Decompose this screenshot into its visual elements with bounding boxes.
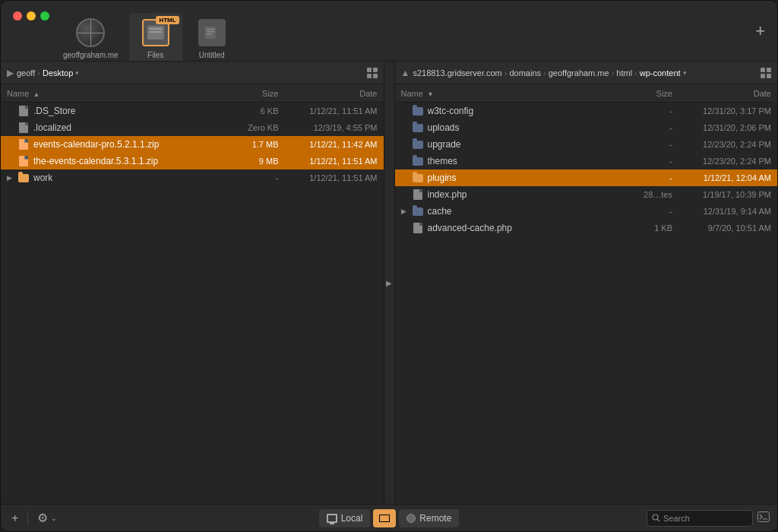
- maximize-button[interactable]: [40, 11, 49, 21]
- tab-files[interactable]: HTML Files: [129, 13, 182, 61]
- right-expand-6[interactable]: ▶: [401, 207, 412, 215]
- file-icon: [413, 189, 422, 200]
- monitor-icon: [327, 514, 337, 523]
- left-file-size-0: 6 KB: [226, 106, 279, 116]
- breadcrumb-sep-r4: ›: [634, 68, 637, 78]
- left-file-date-1: 12/3/19, 4:55 PM: [279, 123, 378, 132]
- right-file-size-2: -: [619, 140, 672, 149]
- close-button[interactable]: [13, 11, 22, 21]
- right-file-row[interactable]: ▶ cache - 12/31/19, 9:14 AM: [395, 203, 778, 220]
- right-file-name-3: themes: [428, 156, 620, 166]
- left-file-row-selected[interactable]: events-calendar-pro.5.2.1.1.zip 1.7 MB 1…: [1, 136, 384, 153]
- right-file-size-7: 1 KB: [619, 223, 672, 233]
- right-file-icon-1: [412, 122, 424, 134]
- right-file-size-3: -: [619, 157, 672, 166]
- right-file-date-6: 12/31/19, 9:14 AM: [672, 207, 771, 216]
- left-file-row[interactable]: ▶ work - 1/12/21, 11:51 AM: [1, 169, 384, 186]
- left-file-name-3: the-events-calendar.5.3.1.1.zip: [33, 156, 226, 166]
- right-col-headers: Name ▼ Size Date: [395, 84, 778, 103]
- right-file-icon-0: [412, 105, 424, 117]
- breadcrumb-desktop[interactable]: Desktop: [43, 68, 73, 78]
- right-file-icon-3: [412, 155, 424, 167]
- search-box[interactable]: Search: [647, 510, 753, 527]
- left-file-size-4: -: [226, 173, 279, 182]
- right-col-size[interactable]: Size: [619, 89, 672, 98]
- app-window: geoffgraham.me HTML Files: [0, 0, 778, 532]
- remote-mode-button[interactable]: Remote: [399, 509, 459, 527]
- zip-icon: [19, 156, 28, 166]
- left-pane: ▶ geoff › Desktop ▾: [1, 62, 384, 504]
- breadcrumb-geoffgraham[interactable]: geoffgraham.me: [549, 68, 609, 78]
- right-pane-toolbar: ▲ s218813.gridserver.com › domains › geo…: [395, 62, 778, 84]
- tab-geoffgraham[interactable]: geoffgraham.me: [55, 13, 126, 61]
- left-col-date[interactable]: Date: [279, 89, 378, 98]
- left-sort-arrow: ▲: [33, 90, 40, 98]
- breadcrumb-domains[interactable]: domains: [509, 68, 541, 78]
- right-file-date-3: 12/23/20, 2:24 PM: [672, 157, 771, 166]
- breadcrumb-geoff[interactable]: geoff: [17, 68, 35, 78]
- add-button[interactable]: +: [8, 510, 21, 527]
- left-file-date-0: 1/12/21, 11:51 AM: [279, 106, 378, 116]
- right-file-row-selected[interactable]: plugins - 1/12/21, 12:04 AM: [395, 169, 778, 186]
- split-mode-button[interactable]: [373, 509, 396, 527]
- left-file-size-2: 1.7 MB: [226, 140, 279, 149]
- tab-label-geoffgraham: geoffgraham.me: [63, 51, 119, 59]
- right-file-date-0: 12/31/20, 3:17 PM: [672, 106, 771, 116]
- local-label: Local: [341, 513, 363, 524]
- left-expand-4[interactable]: ▶: [7, 174, 17, 182]
- tab-label-files: Files: [147, 51, 163, 59]
- breadcrumb-server[interactable]: s218813.gridserver.com: [413, 68, 501, 78]
- left-pane-icon: ▶: [7, 68, 14, 78]
- terminal-button[interactable]: [757, 511, 770, 524]
- right-file-row[interactable]: uploads - 12/31/20, 2:06 PM: [395, 119, 778, 136]
- right-sort-arrow: ▼: [427, 90, 434, 98]
- left-view-toggle[interactable]: [367, 68, 378, 78]
- file-icon: [19, 106, 28, 116]
- left-file-size-1: Zero KB: [226, 123, 279, 132]
- right-pane: ▲ s218813.gridserver.com › domains › geo…: [395, 62, 778, 504]
- left-pane-toolbar: ▶ geoff › Desktop ▾: [1, 62, 384, 84]
- left-file-name-0: .DS_Store: [33, 106, 226, 116]
- right-file-date-2: 12/23/20, 2:24 PM: [672, 140, 771, 149]
- folder-icon: [413, 107, 423, 116]
- breadcrumb-html[interactable]: html: [616, 68, 632, 78]
- right-file-row[interactable]: advanced-cache.php 1 KB 9/7/20, 10:51 AM: [395, 220, 778, 236]
- right-col-name[interactable]: Name ▼: [401, 89, 620, 98]
- breadcrumb-chevron-right[interactable]: ▾: [683, 69, 687, 77]
- new-tab-button[interactable]: +: [755, 23, 765, 40]
- gear-chevron: ⌄: [51, 515, 57, 522]
- right-file-row[interactable]: w3tc-config - 12/31/20, 3:17 PM: [395, 103, 778, 119]
- left-col-name[interactable]: Name ▲: [7, 89, 226, 98]
- folder-icon: [413, 141, 423, 149]
- left-file-icon-3: [17, 155, 30, 167]
- right-col-date[interactable]: Date: [672, 89, 771, 98]
- minimize-button[interactable]: [27, 11, 36, 21]
- plus-icon: +: [11, 511, 18, 525]
- breadcrumb-wp-content[interactable]: wp-content: [640, 68, 681, 78]
- gear-button[interactable]: ⚙ ⌄: [34, 509, 60, 527]
- breadcrumb-chevron-left[interactable]: ▾: [75, 69, 79, 77]
- right-file-date-4: 1/12/21, 12:04 AM: [672, 173, 771, 182]
- right-file-row[interactable]: upgrade - 12/23/20, 2:24 PM: [395, 136, 778, 153]
- left-file-row[interactable]: .DS_Store 6 KB 1/12/21, 11:51 AM: [1, 103, 384, 119]
- left-file-row[interactable]: .localized Zero KB 12/3/19, 4:55 PM: [1, 119, 384, 136]
- left-col-size[interactable]: Size: [226, 89, 279, 98]
- right-file-icon-6: [412, 205, 424, 217]
- folder-icon: [413, 157, 423, 166]
- right-file-icon-5: [412, 188, 424, 201]
- right-file-row[interactable]: themes - 12/23/20, 2:24 PM: [395, 153, 778, 169]
- left-file-name-2: events-calendar-pro.5.2.1.1.zip: [33, 139, 226, 150]
- local-mode-button[interactable]: Local: [319, 509, 371, 527]
- right-view-toggle[interactable]: [761, 68, 771, 78]
- titlebar: geoffgraham.me HTML Files: [1, 1, 777, 62]
- transfer-arrow[interactable]: ▶: [384, 62, 395, 504]
- breadcrumb-sep-1: ›: [37, 68, 40, 78]
- tab-untitled[interactable]: Untitled: [185, 13, 239, 61]
- left-file-row-selected[interactable]: the-events-calendar.5.3.1.1.zip 9 MB 1/1…: [1, 153, 384, 169]
- search-placeholder: Search: [663, 514, 748, 523]
- left-file-date-4: 1/12/21, 11:51 AM: [279, 173, 378, 182]
- right-file-row[interactable]: index.php 28…tes 1/19/17, 10:39 PM: [395, 186, 778, 203]
- traffic-lights: [13, 11, 49, 21]
- left-col-headers: Name ▲ Size Date: [1, 84, 384, 103]
- svg-point-4: [653, 515, 658, 520]
